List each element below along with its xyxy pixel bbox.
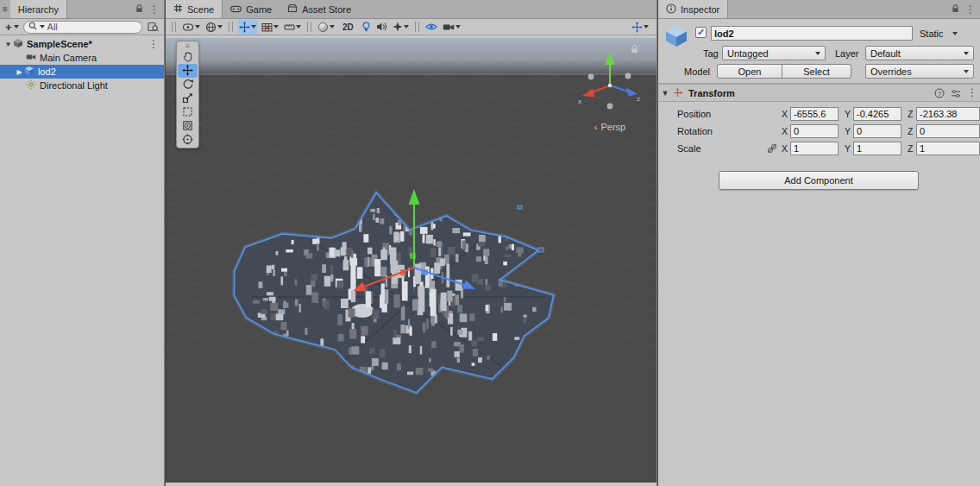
hierarchy-row-scene[interactable]: ▼ SampleScene* ⋮ <box>0 37 164 51</box>
axis-y-label: Y <box>845 126 851 136</box>
kebab-menu-icon[interactable]: ⋮ <box>149 4 160 15</box>
unity-editor: { "icons": { "plus": "+", "kebab": "⋮", … <box>0 0 980 486</box>
shading-mode-button[interactable] <box>316 20 336 35</box>
transform-tool-button[interactable] <box>178 119 198 133</box>
audio-toggle-button[interactable] <box>374 20 389 35</box>
pane-menu-icon[interactable]: ≡ <box>0 0 10 18</box>
active-checkbox[interactable]: ✓ <box>695 27 707 38</box>
overrides-dropdown[interactable]: Overrides <box>865 64 974 79</box>
scene-tool-palette: ≡ <box>176 41 199 148</box>
search-input[interactable] <box>47 22 137 32</box>
scene-toolbar: 2D <box>166 19 656 35</box>
help-icon[interactable]: ? <box>934 88 945 100</box>
foldout-open-icon[interactable]: ▼ <box>3 41 13 48</box>
persp-chevron: ‹ <box>594 122 598 132</box>
gizmo-y-cone[interactable] <box>606 52 615 65</box>
inspector-panel: Inspector ⋮ ✓ Static Tag Untagged Layer … <box>658 0 980 486</box>
visibility-toggle-button[interactable] <box>424 20 439 35</box>
grid-snapping-button[interactable] <box>237 20 258 35</box>
kebab-menu-icon[interactable]: ⋮ <box>967 87 977 98</box>
rotate-tool-button[interactable] <box>178 78 198 92</box>
hand-icon <box>183 51 193 64</box>
lock-icon[interactable] <box>135 4 143 15</box>
kebab-menu-icon[interactable]: ⋮ <box>965 4 976 15</box>
move-icon <box>182 65 193 78</box>
object-name-field[interactable] <box>711 26 913 41</box>
search-filter-caret-icon[interactable] <box>40 25 45 28</box>
overrides-label: Overrides <box>870 66 912 77</box>
scale-tool-button[interactable] <box>178 92 198 105</box>
scale-y-field[interactable] <box>853 142 901 155</box>
tab-hierarchy[interactable]: Hierarchy <box>10 0 67 18</box>
gizmo-center[interactable] <box>608 84 612 87</box>
asset-store-tab-icon <box>287 3 298 15</box>
item-label: Main Camera <box>40 53 97 63</box>
scale-z-field[interactable] <box>916 142 980 155</box>
static-caret-icon[interactable] <box>952 32 958 35</box>
gizmo-x-cone[interactable] <box>582 89 595 98</box>
snap-increment-button[interactable] <box>282 20 303 35</box>
svg-text:?: ? <box>938 90 941 98</box>
lock-icon[interactable] <box>952 4 959 15</box>
2d-label: 2D <box>340 22 356 32</box>
axis-z-label: Z <box>908 109 913 119</box>
tool-settings-pivot-button[interactable] <box>180 20 202 35</box>
tab-game[interactable]: Game <box>223 0 280 18</box>
layer-label: Layer <box>835 48 859 59</box>
position-z-field[interactable] <box>916 107 980 121</box>
scene-asset-icon <box>13 38 23 50</box>
preset-icon[interactable] <box>951 89 961 100</box>
scene-viewport[interactable]: ≡ x z <box>166 38 656 483</box>
hierarchy-row-main-camera[interactable]: Main Camera <box>0 51 164 65</box>
hierarchy-row-directional-light[interactable]: Directional Light <box>0 79 164 92</box>
move-tool-button[interactable] <box>178 64 198 78</box>
open-button[interactable]: Open <box>717 64 782 79</box>
orientation-gizmo[interactable]: x z <box>576 43 644 116</box>
toolbar-grip <box>172 22 176 32</box>
position-label: Position <box>677 109 711 119</box>
position-x-field[interactable] <box>790 107 839 121</box>
gizmo-lock-icon[interactable] <box>631 46 638 53</box>
gizmos-button[interactable] <box>630 20 650 35</box>
axis-y-label: Y <box>845 143 851 154</box>
tab-inspector[interactable]: Inspector <box>658 0 728 18</box>
link-constrain-icon[interactable] <box>767 143 777 155</box>
projection-toggle[interactable]: ‹ Persp <box>578 122 642 132</box>
add-component-button[interactable]: Add Component <box>719 171 919 190</box>
camera-settings-button[interactable] <box>441 20 462 35</box>
tab-scene[interactable]: Scene <box>166 0 223 18</box>
layer-dropdown[interactable]: Default <box>865 46 974 60</box>
hand-tool-button[interactable] <box>178 50 198 64</box>
axis-x-label: X <box>782 126 788 136</box>
rotation-x-field[interactable] <box>790 124 839 138</box>
effects-button[interactable] <box>391 20 411 35</box>
hierarchy-row-lod2[interactable]: ▶ lod2 <box>0 65 164 79</box>
rect-tool-button[interactable] <box>178 105 198 119</box>
tag-dropdown[interactable]: Untagged <box>722 46 826 60</box>
tool-settings-global-button[interactable] <box>204 20 224 35</box>
create-button[interactable]: + <box>3 21 22 34</box>
prefab-cube-icon <box>24 66 35 78</box>
lighting-toggle-button[interactable] <box>360 20 373 35</box>
transform-icon <box>672 87 683 98</box>
search-window-icon[interactable] <box>144 20 161 34</box>
custom-tool-icon <box>182 134 193 147</box>
grid-visibility-button[interactable] <box>260 20 280 35</box>
tag-label: Tag <box>703 48 719 59</box>
position-y-field[interactable] <box>853 107 901 121</box>
rotation-y-field[interactable] <box>853 124 901 138</box>
custom-tool-button[interactable] <box>178 133 198 147</box>
palette-drag-handle[interactable]: ≡ <box>178 42 198 50</box>
tab-asset-store[interactable]: Asset Store <box>280 0 359 18</box>
tab-game-label: Game <box>246 4 272 15</box>
foldout-closed-icon[interactable]: ▶ <box>15 68 24 76</box>
toggle-2d-button[interactable]: 2D <box>338 20 358 35</box>
transform-header[interactable]: ▼ Transform ? ⋮ <box>658 84 980 102</box>
scene-tab-icon <box>173 3 183 15</box>
select-button[interactable]: Select <box>782 64 851 79</box>
scale-x-field[interactable] <box>790 142 839 155</box>
hierarchy-search[interactable] <box>23 21 142 34</box>
foldout-open-icon[interactable]: ▼ <box>658 89 672 98</box>
scene-kebab-icon[interactable]: ⋮ <box>148 39 159 49</box>
rotation-z-field[interactable] <box>916 124 980 138</box>
